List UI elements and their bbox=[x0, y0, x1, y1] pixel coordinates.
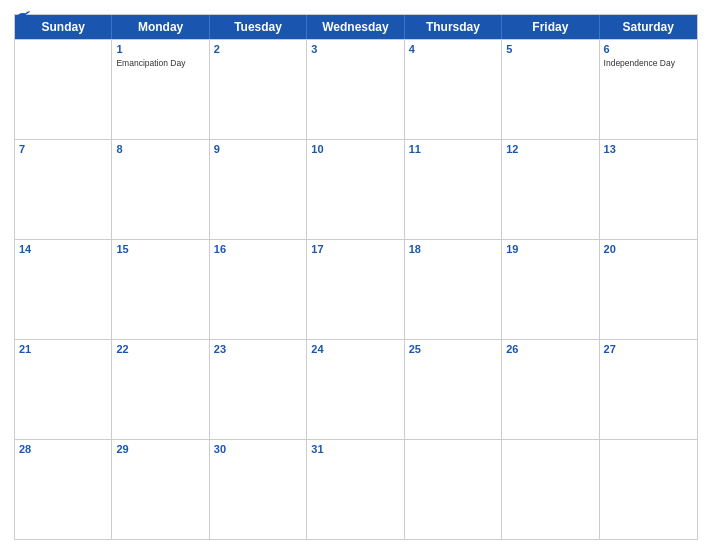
day-cell: 1Emancipation Day bbox=[112, 40, 209, 139]
day-cell: 16 bbox=[210, 240, 307, 339]
day-cell: 8 bbox=[112, 140, 209, 239]
day-cell: 24 bbox=[307, 340, 404, 439]
day-cell bbox=[502, 440, 599, 539]
day-cell: 20 bbox=[600, 240, 697, 339]
day-number: 22 bbox=[116, 343, 204, 356]
day-cell: 18 bbox=[405, 240, 502, 339]
day-number: 13 bbox=[604, 143, 693, 156]
day-number: 18 bbox=[409, 243, 497, 256]
day-cell: 17 bbox=[307, 240, 404, 339]
holiday-label: Independence Day bbox=[604, 58, 693, 68]
day-cell: 15 bbox=[112, 240, 209, 339]
day-number: 6 bbox=[604, 43, 693, 56]
day-cell: 14 bbox=[15, 240, 112, 339]
day-cell: 29 bbox=[112, 440, 209, 539]
day-number: 2 bbox=[214, 43, 302, 56]
col-saturday: Saturday bbox=[600, 15, 697, 39]
day-number: 15 bbox=[116, 243, 204, 256]
day-number: 4 bbox=[409, 43, 497, 56]
calendar-body: 1Emancipation Day23456Independence Day78… bbox=[15, 39, 697, 539]
day-cell: 28 bbox=[15, 440, 112, 539]
calendar: Sunday Monday Tuesday Wednesday Thursday… bbox=[14, 14, 698, 540]
day-number: 11 bbox=[409, 143, 497, 156]
day-cell: 30 bbox=[210, 440, 307, 539]
day-cell: 22 bbox=[112, 340, 209, 439]
day-number: 21 bbox=[19, 343, 107, 356]
day-cell: 19 bbox=[502, 240, 599, 339]
day-number: 9 bbox=[214, 143, 302, 156]
day-cell: 23 bbox=[210, 340, 307, 439]
day-cell: 9 bbox=[210, 140, 307, 239]
day-number: 14 bbox=[19, 243, 107, 256]
day-cell: 21 bbox=[15, 340, 112, 439]
day-number: 1 bbox=[116, 43, 204, 56]
day-cell: 26 bbox=[502, 340, 599, 439]
col-wednesday: Wednesday bbox=[307, 15, 404, 39]
holiday-label: Emancipation Day bbox=[116, 58, 204, 68]
calendar-header-row: Sunday Monday Tuesday Wednesday Thursday… bbox=[15, 15, 697, 39]
day-number: 27 bbox=[604, 343, 693, 356]
day-cell: 31 bbox=[307, 440, 404, 539]
day-cell: 7 bbox=[15, 140, 112, 239]
day-number: 8 bbox=[116, 143, 204, 156]
day-number: 25 bbox=[409, 343, 497, 356]
week-row-2: 78910111213 bbox=[15, 139, 697, 239]
day-number: 28 bbox=[19, 443, 107, 456]
day-number: 23 bbox=[214, 343, 302, 356]
day-cell bbox=[405, 440, 502, 539]
day-number: 24 bbox=[311, 343, 399, 356]
day-number: 5 bbox=[506, 43, 594, 56]
day-cell: 4 bbox=[405, 40, 502, 139]
day-number: 19 bbox=[506, 243, 594, 256]
col-friday: Friday bbox=[502, 15, 599, 39]
calendar-page: Sunday Monday Tuesday Wednesday Thursday… bbox=[0, 0, 712, 550]
day-cell: 6Independence Day bbox=[600, 40, 697, 139]
day-number: 10 bbox=[311, 143, 399, 156]
day-cell: 25 bbox=[405, 340, 502, 439]
day-number: 3 bbox=[311, 43, 399, 56]
week-row-1: 1Emancipation Day23456Independence Day bbox=[15, 39, 697, 139]
week-row-5: 28293031 bbox=[15, 439, 697, 539]
day-cell: 27 bbox=[600, 340, 697, 439]
week-row-3: 14151617181920 bbox=[15, 239, 697, 339]
col-monday: Monday bbox=[112, 15, 209, 39]
logo-bird-icon bbox=[14, 8, 32, 22]
day-cell bbox=[600, 440, 697, 539]
day-number: 12 bbox=[506, 143, 594, 156]
day-number: 30 bbox=[214, 443, 302, 456]
day-cell: 2 bbox=[210, 40, 307, 139]
day-number: 17 bbox=[311, 243, 399, 256]
day-cell: 10 bbox=[307, 140, 404, 239]
week-row-4: 21222324252627 bbox=[15, 339, 697, 439]
day-cell bbox=[15, 40, 112, 139]
day-number: 20 bbox=[604, 243, 693, 256]
logo bbox=[14, 10, 34, 22]
col-thursday: Thursday bbox=[405, 15, 502, 39]
day-number: 7 bbox=[19, 143, 107, 156]
day-number: 16 bbox=[214, 243, 302, 256]
day-cell: 11 bbox=[405, 140, 502, 239]
day-cell: 13 bbox=[600, 140, 697, 239]
day-cell: 5 bbox=[502, 40, 599, 139]
col-tuesday: Tuesday bbox=[210, 15, 307, 39]
day-cell: 12 bbox=[502, 140, 599, 239]
day-number: 26 bbox=[506, 343, 594, 356]
day-number: 31 bbox=[311, 443, 399, 456]
day-number: 29 bbox=[116, 443, 204, 456]
day-cell: 3 bbox=[307, 40, 404, 139]
